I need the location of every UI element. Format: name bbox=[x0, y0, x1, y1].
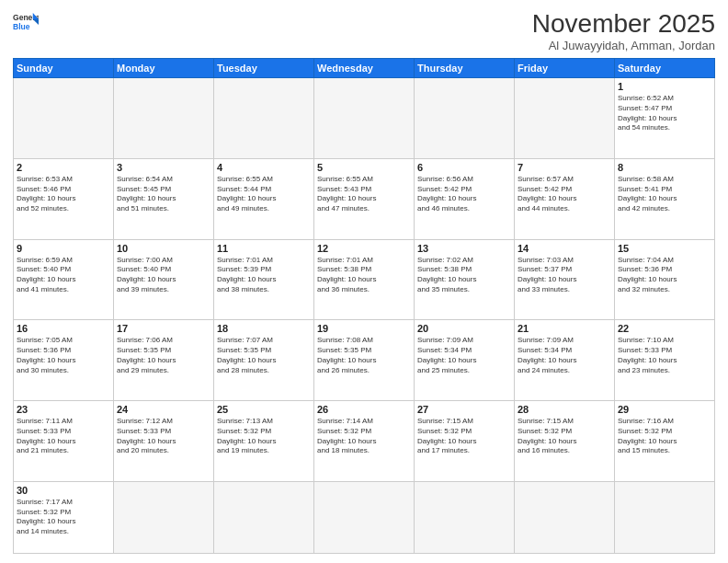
day-info: Sunrise: 7:00 AM Sunset: 5:40 PM Dayligh… bbox=[117, 256, 210, 295]
calendar-cell: 26Sunrise: 7:14 AM Sunset: 5:32 PM Dayli… bbox=[314, 401, 415, 482]
calendar-cell: 30Sunrise: 7:17 AM Sunset: 5:32 PM Dayli… bbox=[14, 481, 114, 553]
day-info: Sunrise: 7:14 AM Sunset: 5:32 PM Dayligh… bbox=[317, 417, 411, 456]
day-number: 27 bbox=[417, 404, 511, 415]
calendar-cell: 21Sunrise: 7:09 AM Sunset: 5:34 PM Dayli… bbox=[515, 320, 615, 401]
weekday-header-wednesday: Wednesday bbox=[314, 59, 415, 78]
calendar-cell: 12Sunrise: 7:01 AM Sunset: 5:38 PM Dayli… bbox=[314, 239, 415, 320]
calendar-cell: 22Sunrise: 7:10 AM Sunset: 5:33 PM Dayli… bbox=[615, 320, 715, 401]
calendar-cell: 18Sunrise: 7:07 AM Sunset: 5:35 PM Dayli… bbox=[214, 320, 314, 401]
header: General Blue November 2025 Al Juwayyidah… bbox=[13, 9, 715, 52]
calendar-cell: 25Sunrise: 7:13 AM Sunset: 5:32 PM Dayli… bbox=[214, 401, 314, 482]
day-number: 13 bbox=[417, 243, 511, 254]
day-info: Sunrise: 7:06 AM Sunset: 5:35 PM Dayligh… bbox=[117, 336, 210, 375]
day-number: 16 bbox=[17, 323, 110, 334]
day-info: Sunrise: 7:09 AM Sunset: 5:34 PM Dayligh… bbox=[417, 336, 511, 375]
svg-text:Blue: Blue bbox=[13, 22, 30, 31]
calendar-cell: 13Sunrise: 7:02 AM Sunset: 5:38 PM Dayli… bbox=[415, 239, 515, 320]
day-number: 30 bbox=[17, 485, 110, 496]
day-number: 11 bbox=[217, 243, 311, 254]
calendar-cell bbox=[314, 78, 415, 159]
day-number: 28 bbox=[518, 404, 611, 415]
calendar-cell bbox=[515, 78, 615, 159]
calendar-cell: 19Sunrise: 7:08 AM Sunset: 5:35 PM Dayli… bbox=[314, 320, 415, 401]
day-number: 1 bbox=[618, 81, 711, 92]
calendar-cell: 10Sunrise: 7:00 AM Sunset: 5:40 PM Dayli… bbox=[114, 239, 214, 320]
day-info: Sunrise: 7:07 AM Sunset: 5:35 PM Dayligh… bbox=[217, 336, 311, 375]
day-number: 10 bbox=[117, 243, 210, 254]
calendar-cell: 16Sunrise: 7:05 AM Sunset: 5:36 PM Dayli… bbox=[14, 320, 114, 401]
calendar-week-1: 1Sunrise: 6:52 AM Sunset: 5:47 PM Daylig… bbox=[14, 78, 715, 159]
day-info: Sunrise: 6:56 AM Sunset: 5:42 PM Dayligh… bbox=[417, 175, 511, 214]
calendar-cell: 7Sunrise: 6:57 AM Sunset: 5:42 PM Daylig… bbox=[515, 158, 615, 239]
calendar-cell: 5Sunrise: 6:55 AM Sunset: 5:43 PM Daylig… bbox=[314, 158, 415, 239]
calendar-cell: 4Sunrise: 6:55 AM Sunset: 5:44 PM Daylig… bbox=[214, 158, 314, 239]
calendar-cell: 11Sunrise: 7:01 AM Sunset: 5:39 PM Dayli… bbox=[214, 239, 314, 320]
day-info: Sunrise: 6:55 AM Sunset: 5:44 PM Dayligh… bbox=[217, 175, 311, 214]
calendar-table: SundayMondayTuesdayWednesdayThursdayFrid… bbox=[13, 58, 715, 554]
calendar-cell: 29Sunrise: 7:16 AM Sunset: 5:32 PM Dayli… bbox=[615, 401, 715, 482]
day-info: Sunrise: 7:05 AM Sunset: 5:36 PM Dayligh… bbox=[17, 336, 110, 375]
calendar-cell: 6Sunrise: 6:56 AM Sunset: 5:42 PM Daylig… bbox=[415, 158, 515, 239]
day-info: Sunrise: 6:59 AM Sunset: 5:40 PM Dayligh… bbox=[17, 256, 110, 295]
calendar-cell: 2Sunrise: 6:53 AM Sunset: 5:46 PM Daylig… bbox=[14, 158, 114, 239]
day-number: 26 bbox=[317, 404, 411, 415]
day-info: Sunrise: 7:15 AM Sunset: 5:32 PM Dayligh… bbox=[518, 417, 611, 456]
calendar-cell: 27Sunrise: 7:15 AM Sunset: 5:32 PM Dayli… bbox=[415, 401, 515, 482]
day-info: Sunrise: 6:53 AM Sunset: 5:46 PM Dayligh… bbox=[17, 175, 110, 214]
weekday-header-row: SundayMondayTuesdayWednesdayThursdayFrid… bbox=[14, 59, 715, 78]
weekday-header-thursday: Thursday bbox=[415, 59, 515, 78]
day-info: Sunrise: 7:01 AM Sunset: 5:38 PM Dayligh… bbox=[317, 256, 411, 295]
day-number: 21 bbox=[518, 323, 611, 334]
calendar-cell bbox=[314, 481, 415, 553]
calendar-cell bbox=[615, 481, 715, 553]
day-number: 22 bbox=[618, 323, 711, 334]
day-number: 14 bbox=[518, 243, 611, 254]
day-info: Sunrise: 6:58 AM Sunset: 5:41 PM Dayligh… bbox=[618, 175, 711, 214]
day-number: 20 bbox=[417, 323, 511, 334]
calendar-cell: 15Sunrise: 7:04 AM Sunset: 5:36 PM Dayli… bbox=[615, 239, 715, 320]
calendar-cell: 1Sunrise: 6:52 AM Sunset: 5:47 PM Daylig… bbox=[615, 78, 715, 159]
day-info: Sunrise: 7:11 AM Sunset: 5:33 PM Dayligh… bbox=[17, 417, 110, 456]
day-number: 12 bbox=[317, 243, 411, 254]
day-info: Sunrise: 7:08 AM Sunset: 5:35 PM Dayligh… bbox=[317, 336, 411, 375]
calendar-cell: 9Sunrise: 6:59 AM Sunset: 5:40 PM Daylig… bbox=[14, 239, 114, 320]
calendar-cell: 3Sunrise: 6:54 AM Sunset: 5:45 PM Daylig… bbox=[114, 158, 214, 239]
day-info: Sunrise: 7:04 AM Sunset: 5:36 PM Dayligh… bbox=[618, 256, 711, 295]
calendar-cell bbox=[415, 481, 515, 553]
weekday-header-friday: Friday bbox=[515, 59, 615, 78]
weekday-header-tuesday: Tuesday bbox=[214, 59, 314, 78]
month-title: November 2025 bbox=[532, 9, 715, 39]
day-number: 9 bbox=[17, 243, 110, 254]
day-info: Sunrise: 7:12 AM Sunset: 5:33 PM Dayligh… bbox=[117, 417, 210, 456]
day-number: 7 bbox=[518, 162, 611, 173]
calendar-week-5: 23Sunrise: 7:11 AM Sunset: 5:33 PM Dayli… bbox=[14, 401, 715, 482]
day-number: 23 bbox=[17, 404, 110, 415]
day-info: Sunrise: 7:03 AM Sunset: 5:37 PM Dayligh… bbox=[518, 256, 611, 295]
weekday-header-monday: Monday bbox=[114, 59, 214, 78]
logo: General Blue bbox=[13, 9, 39, 35]
day-number: 24 bbox=[117, 404, 210, 415]
day-info: Sunrise: 6:55 AM Sunset: 5:43 PM Dayligh… bbox=[317, 175, 411, 214]
day-number: 4 bbox=[217, 162, 311, 173]
weekday-header-sunday: Sunday bbox=[14, 59, 114, 78]
calendar-cell: 28Sunrise: 7:15 AM Sunset: 5:32 PM Dayli… bbox=[515, 401, 615, 482]
day-number: 25 bbox=[217, 404, 311, 415]
calendar-week-6: 30Sunrise: 7:17 AM Sunset: 5:32 PM Dayli… bbox=[14, 481, 715, 553]
day-number: 6 bbox=[417, 162, 511, 173]
day-info: Sunrise: 6:52 AM Sunset: 5:47 PM Dayligh… bbox=[618, 94, 711, 133]
calendar-week-4: 16Sunrise: 7:05 AM Sunset: 5:36 PM Dayli… bbox=[14, 320, 715, 401]
day-info: Sunrise: 6:57 AM Sunset: 5:42 PM Dayligh… bbox=[518, 175, 611, 214]
calendar-cell: 24Sunrise: 7:12 AM Sunset: 5:33 PM Dayli… bbox=[114, 401, 214, 482]
day-number: 2 bbox=[17, 162, 110, 173]
calendar-cell bbox=[515, 481, 615, 553]
calendar-week-3: 9Sunrise: 6:59 AM Sunset: 5:40 PM Daylig… bbox=[14, 239, 715, 320]
calendar-cell: 20Sunrise: 7:09 AM Sunset: 5:34 PM Dayli… bbox=[415, 320, 515, 401]
calendar-cell bbox=[14, 78, 114, 159]
day-number: 18 bbox=[217, 323, 311, 334]
calendar-cell bbox=[114, 78, 214, 159]
day-number: 3 bbox=[117, 162, 210, 173]
title-area: November 2025 Al Juwayyidah, Amman, Jord… bbox=[532, 9, 715, 52]
day-info: Sunrise: 7:17 AM Sunset: 5:32 PM Dayligh… bbox=[17, 498, 110, 537]
day-number: 17 bbox=[117, 323, 210, 334]
calendar-week-2: 2Sunrise: 6:53 AM Sunset: 5:46 PM Daylig… bbox=[14, 158, 715, 239]
